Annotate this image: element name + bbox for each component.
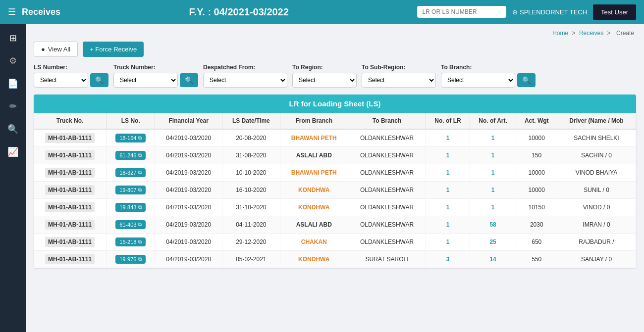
cell-to-branch: SURAT SAROLI	[348, 251, 426, 268]
cell-to-branch: OLDANKLESHWAR	[348, 182, 426, 199]
cell-ls-no[interactable]: 19-976 ⧉	[107, 251, 155, 268]
cell-driver: SANJAY / 0	[557, 251, 636, 268]
filter-truck-number: Truck Number: Select 🔍	[113, 64, 198, 88]
ls-number-select[interactable]: Select	[34, 73, 88, 88]
filter-ls-number: LS Number: Select 🔍	[34, 64, 108, 88]
sidebar-icon-edit[interactable]: ✏	[3, 97, 23, 116]
cell-no-of-art: 1	[470, 147, 516, 164]
table-row: MH-01-AB-1111 15-218 ⧉ 04/2019-03/2020 2…	[34, 234, 636, 251]
cell-truck-no: MH-01-AB-1111	[34, 234, 107, 251]
cell-to-branch: OLDANKLESHWAR	[348, 234, 426, 251]
cell-financial-year: 04/2019-03/2020	[155, 164, 222, 182]
col-act-wgt: Act. Wgt	[516, 113, 557, 129]
ls-badge-text[interactable]: 61-246	[119, 152, 136, 158]
toolbar: ● View All + Force Receive	[34, 42, 636, 57]
table-row: MH-01-AB-1111 18-164 ⧉ 04/2019-03/2020 2…	[34, 129, 636, 147]
external-link-icon[interactable]: ⧉	[138, 204, 142, 210]
filter-truck-label: Truck Number:	[113, 64, 198, 71]
layout: ⊞ ⚙ 📄 ✏ 🔍 📈 Home > Receives > Create ● V…	[0, 24, 644, 332]
cell-no-of-art: 25	[470, 234, 516, 251]
truck-search-button[interactable]: 🔍	[180, 73, 198, 87]
breadcrumb-receives[interactable]: Receives	[579, 30, 603, 37]
table-header-bar: LR for Loading Sheet (LS)	[34, 95, 636, 113]
cell-act-wgt: 10000	[516, 182, 557, 199]
filter-to-region: To Region: Select	[292, 64, 357, 88]
cell-to-branch: OLDANKLESHWAR	[348, 199, 426, 216]
cell-ls-no[interactable]: 18-164 ⧉	[107, 129, 155, 147]
data-table: Truck No. LS No. Financial Year LS Date/…	[34, 113, 636, 268]
breadcrumb-create: Create	[616, 30, 634, 37]
table-row: MH-01-AB-1111 19-807 ⧉ 04/2019-03/2020 1…	[34, 182, 636, 199]
ls-badge-text[interactable]: 19-976	[119, 256, 136, 262]
filter-despatch-label: Despatched From:	[203, 64, 287, 71]
table-header-row: Truck No. LS No. Financial Year LS Date/…	[34, 113, 636, 129]
external-link-icon[interactable]: ⧉	[138, 256, 142, 262]
to-region-select[interactable]: Select	[292, 73, 357, 88]
col-ls-no: LS No.	[107, 113, 155, 129]
cell-driver: SACHIN / 0	[557, 147, 636, 164]
cell-no-of-art: 14	[470, 251, 516, 268]
force-receive-button[interactable]: + Force Receive	[83, 42, 144, 57]
ls-badge-text[interactable]: 61-403	[119, 222, 136, 228]
ls-badge-text[interactable]: 18-327	[119, 170, 136, 176]
cell-to-branch: OLDANKLESHWAR	[348, 216, 426, 234]
sidebar-icon-chart[interactable]: 📈	[3, 142, 23, 161]
to-branch-select[interactable]: Select	[441, 73, 515, 88]
filters-row: LS Number: Select 🔍 Truck Number: Select…	[34, 64, 636, 88]
sidebar-icon-settings[interactable]: ⚙	[3, 51, 23, 70]
cell-financial-year: 04/2019-03/2020	[155, 216, 222, 234]
external-link-icon[interactable]: ⧉	[138, 152, 142, 158]
ls-badge-text[interactable]: 19-807	[119, 187, 136, 193]
to-subregion-select[interactable]: Select	[362, 73, 436, 88]
cell-ls-no[interactable]: 61-403 ⧉	[107, 216, 155, 234]
external-link-icon[interactable]: ⧉	[138, 170, 142, 176]
table-row: MH-01-AB-1111 19-843 ⧉ 04/2019-03/2020 3…	[34, 199, 636, 216]
cell-no-of-art: 1	[470, 129, 516, 147]
col-no-of-art: No. of Art.	[470, 113, 516, 129]
cell-ls-no[interactable]: 19-843 ⧉	[107, 199, 155, 216]
external-link-icon[interactable]: ⧉	[138, 187, 142, 193]
filter-despatched-from: Despatched From: Select	[203, 64, 287, 88]
cell-ls-datetime: 20-08-2020	[222, 129, 280, 147]
cell-from-branch: ASLALI ABD	[280, 216, 348, 234]
external-link-icon[interactable]: ⧉	[138, 239, 142, 245]
menu-icon[interactable]: ☰	[8, 6, 16, 17]
breadcrumb-home[interactable]: Home	[552, 30, 568, 37]
despatched-from-select[interactable]: Select	[203, 73, 287, 88]
sidebar-icon-search[interactable]: 🔍	[3, 120, 23, 139]
cell-act-wgt: 2030	[516, 216, 557, 234]
cell-ls-no[interactable]: 61-246 ⧉	[107, 147, 155, 164]
cell-to-branch: OLDANKLESHWAR	[348, 164, 426, 182]
filter-to-branch: To Branch: Select 🔍	[441, 64, 536, 88]
cell-truck-no: MH-01-AB-1111	[34, 216, 107, 234]
cell-ls-datetime: 04-11-2020	[222, 216, 280, 234]
cell-ls-no[interactable]: 18-327 ⧉	[107, 164, 155, 182]
truck-number-select[interactable]: Select	[113, 73, 178, 88]
ls-badge-text[interactable]: 15-218	[119, 239, 136, 245]
view-all-button[interactable]: ● View All	[34, 42, 78, 57]
ls-badge-text[interactable]: 18-164	[119, 135, 136, 141]
cell-driver: VINOD / 0	[557, 199, 636, 216]
cell-truck-no: MH-01-AB-1111	[34, 129, 107, 147]
company-link[interactable]: ⊕ SPLENDORNET TECH	[512, 8, 587, 16]
ls-search-button[interactable]: 🔍	[90, 73, 108, 87]
external-link-icon[interactable]: ⧉	[138, 135, 142, 141]
sidebar-icon-grid[interactable]: ⊞	[3, 29, 23, 47]
cell-financial-year: 04/2019-03/2020	[155, 199, 222, 216]
cell-ls-no[interactable]: 15-218 ⧉	[107, 234, 155, 251]
cell-driver: SACHIN SHELKI	[557, 129, 636, 147]
breadcrumb-sep1: >	[572, 30, 576, 37]
sidebar-icon-document[interactable]: 📄	[3, 74, 23, 93]
cell-ls-no[interactable]: 19-807 ⧉	[107, 182, 155, 199]
cell-driver: SUNIL / 0	[557, 182, 636, 199]
external-link-icon[interactable]: ⧉	[138, 222, 142, 228]
ls-badge-text[interactable]: 19-843	[119, 204, 136, 210]
lr-ls-search-input[interactable]	[417, 6, 506, 18]
cell-truck-no: MH-01-AB-1111	[34, 251, 107, 268]
cell-from-branch: KONDHWA	[280, 251, 348, 268]
col-no-of-lr: No. of LR	[426, 113, 470, 129]
cell-driver: RAJBADUR /	[557, 234, 636, 251]
cell-from-branch: BHAWANI PETH	[280, 164, 348, 182]
branch-search-button[interactable]: 🔍	[517, 73, 536, 87]
table-row: MH-01-AB-1111 19-976 ⧉ 04/2019-03/2020 0…	[34, 251, 636, 268]
